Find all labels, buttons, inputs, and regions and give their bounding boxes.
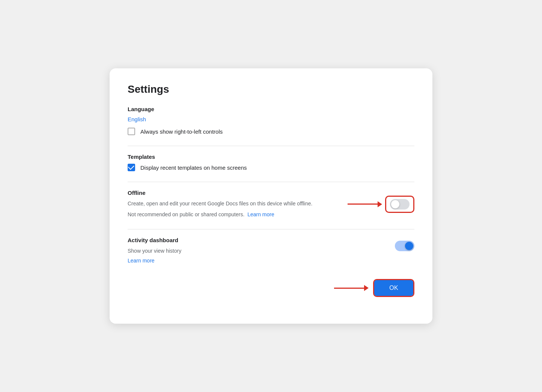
activity-learn-more-link[interactable]: Learn more: [128, 258, 155, 264]
activity-toggle-wrapper: [395, 241, 414, 251]
ok-button-highlight: OK: [373, 279, 414, 297]
offline-toggle-wrapper: [348, 196, 414, 213]
rtl-checkbox[interactable]: [128, 128, 135, 135]
offline-arrow: [348, 201, 382, 207]
activity-section-label: Activity dashboard: [128, 237, 181, 243]
offline-description-2-text: Not recommended on public or shared comp…: [128, 211, 244, 217]
offline-description-2: Not recommended on public or shared comp…: [128, 211, 339, 219]
templates-checkbox[interactable]: [128, 164, 135, 171]
templates-checkbox-label: Display recent templates on home screens: [140, 164, 247, 171]
ok-button[interactable]: OK: [374, 280, 413, 296]
language-section: Language English Always show right-to-le…: [128, 106, 414, 135]
settings-dialog: Settings Language English Always show ri…: [110, 68, 432, 324]
footer-arrow-wrapper: [334, 285, 369, 291]
footer: OK: [128, 279, 414, 297]
footer-arrow-line: [334, 288, 364, 289]
offline-description-1: Create, open and edit your recent Google…: [128, 200, 339, 208]
language-section-label: Language: [128, 106, 414, 112]
activity-toggle-knob: [405, 242, 413, 250]
rtl-checkbox-label: Always show right-to-left controls: [140, 128, 223, 135]
divider-2: [128, 182, 414, 182]
arrow-line: [348, 204, 378, 205]
offline-row: Offline Create, open and edit your recen…: [128, 190, 414, 219]
activity-toggle[interactable]: [395, 241, 414, 251]
offline-toggle-knob: [391, 200, 399, 208]
arrow-head: [378, 201, 382, 207]
offline-section: Offline Create, open and edit your recen…: [128, 190, 414, 219]
activity-section: Activity dashboard Show your view histor…: [128, 237, 414, 264]
footer-arrow-head: [364, 285, 369, 291]
activity-content: Activity dashboard Show your view histor…: [128, 237, 181, 255]
offline-toggle[interactable]: [390, 199, 410, 210]
templates-section: Templates Display recent templates on ho…: [128, 154, 414, 171]
offline-learn-more-link[interactable]: Learn more: [247, 211, 274, 217]
divider-3: [128, 229, 414, 229]
templates-section-label: Templates: [128, 154, 414, 160]
activity-description: Show your view history: [128, 247, 181, 255]
rtl-checkbox-row: Always show right-to-left controls: [128, 128, 414, 135]
divider-1: [128, 146, 414, 146]
language-link[interactable]: English: [128, 116, 146, 122]
offline-toggle-highlight: [385, 196, 414, 213]
offline-content: Offline Create, open and edit your recen…: [128, 190, 339, 219]
offline-section-label: Offline: [128, 190, 339, 196]
settings-title: Settings: [128, 83, 414, 95]
templates-checkbox-row: Display recent templates on home screens: [128, 164, 414, 171]
activity-row: Activity dashboard Show your view histor…: [128, 237, 414, 255]
